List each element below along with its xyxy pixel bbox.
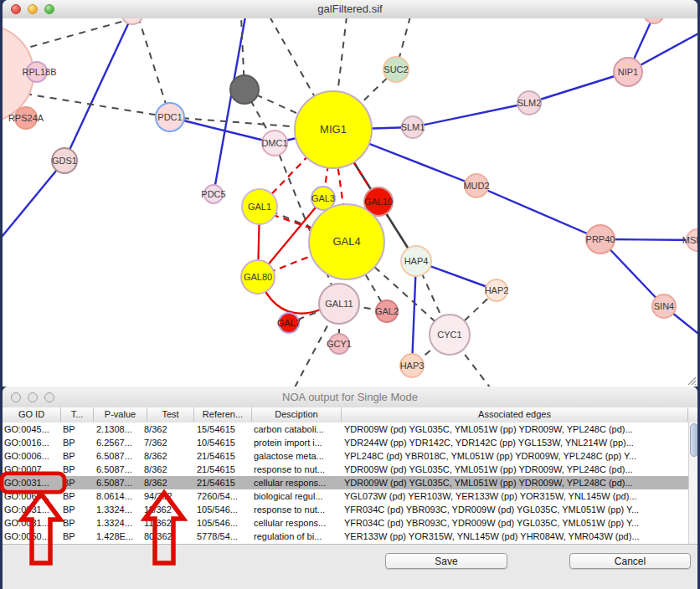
- network-edge[interactable]: [476, 186, 600, 239]
- node-label-gal80: GAL80: [244, 272, 272, 282]
- scrollbar-thumb[interactable]: [690, 423, 697, 457]
- table-cell: YDR009W (pd) YGL035C, YML051W (pp) YDR00…: [344, 463, 687, 476]
- network-edge[interactable]: [413, 103, 529, 127]
- table-cell: 1.428E...: [96, 530, 142, 543]
- table-cell: carbon cataboli...: [254, 423, 342, 436]
- table-cell: GO:0031...: [4, 503, 61, 516]
- node-label-gds1: GDS1: [52, 156, 77, 166]
- node-label-gal7: GAL7: [277, 318, 301, 328]
- network-edge[interactable]: [64, 18, 132, 161]
- network-edge[interactable]: [18, 20, 127, 50]
- cancel-button[interactable]: Cancel: [569, 553, 691, 569]
- node-label-prp40: PRP40: [586, 234, 615, 244]
- table-cell: 8/362: [144, 423, 195, 436]
- table-cell: 2.1308...: [96, 423, 142, 436]
- table-header: GO IDT...P-valueTestReferen...Desciption…: [3, 407, 697, 423]
- table-cell: BP: [63, 423, 95, 436]
- node-top-partial-1[interactable]: [121, 18, 143, 24]
- table-cell: 94/362: [144, 489, 195, 503]
- table-row[interactable]: GO:0031...BP1.3324...11/362105/546...res…: [3, 503, 688, 516]
- table-cell: GO:0006...: [4, 449, 61, 463]
- table-cell: 8.0614...: [96, 489, 142, 503]
- node-label-rpl18b: RPL18B: [23, 67, 57, 77]
- network-edge[interactable]: [25, 94, 170, 117]
- network-edge[interactable]: [138, 18, 170, 117]
- button-panel: Save Cancel: [3, 544, 697, 589]
- node-label-slm1: SLM1: [401, 122, 425, 132]
- table-cell: 5778/54...: [197, 530, 252, 543]
- table-cell: YGL073W (pd) YER103W, YER133W (pp) YOR31…: [344, 489, 687, 503]
- table-cell: BP: [63, 503, 95, 516]
- node-label-gal10: GAL10: [364, 197, 393, 207]
- table-cell: BP: [63, 463, 95, 476]
- table-cell: 6.5087...: [96, 476, 142, 489]
- table-cell: 105/546...: [197, 516, 252, 530]
- network-edge[interactable]: [529, 72, 628, 103]
- table-cell: GO:0065...: [4, 489, 61, 503]
- table-row[interactable]: GO:0050...BP1.428E...80/3625778/54...reg…: [3, 530, 688, 543]
- table-row[interactable]: GO:0006...BP6.5087...8/36221/54615galact…: [3, 449, 688, 463]
- network-graph: RPL18BRPS24AGDS1PDC1DMC1MIG1SUC2SLM1SLM2…: [3, 18, 697, 387]
- resize-grip[interactable]: [686, 375, 697, 386]
- node-label-hap4: HAP4: [404, 256, 429, 266]
- table-cell: 1.3324...: [96, 503, 142, 516]
- table-cell: 6.5087...: [96, 463, 142, 476]
- node-top-partial-2[interactable]: [644, 18, 664, 23]
- table-row[interactable]: GO:0007...BP6.5087...8/36221/54615respon…: [3, 463, 688, 476]
- table-cell: 15/54615: [197, 423, 252, 436]
- vertical-scrollbar[interactable]: [688, 423, 697, 544]
- node-label-nip1: NIP1: [618, 67, 638, 77]
- table-row[interactable]: GO:0031...BP6.5087...8/36221/54615cellul…: [3, 476, 688, 489]
- table-cell: response to nut...: [254, 463, 342, 476]
- table-cell: 21/54615: [197, 449, 252, 463]
- table-cell: 8/362: [144, 476, 195, 489]
- node-unknown-gray[interactable]: [230, 75, 259, 104]
- table-cell: cellular respons...: [254, 516, 342, 530]
- node-label-msn: MSN: [682, 235, 697, 245]
- node-label-sin4: SIN4: [654, 301, 674, 311]
- table-row[interactable]: GO:0045...BP2.1308...8/36215/54615carbon…: [3, 423, 688, 436]
- table-cell: YDR244W (pp) YDR142C, YDR142C (pp) YGL15…: [344, 436, 687, 449]
- table-cell: YDR009W (pd) YGL035C, YML051W (pp) YDR00…: [344, 476, 687, 489]
- column-header-2[interactable]: P-value: [94, 407, 147, 422]
- table-cell: response to nut...: [254, 503, 342, 516]
- node-label-gal4: GAL4: [332, 235, 360, 248]
- column-header-6[interactable]: Associated edges: [342, 407, 688, 422]
- table-cell: YER133W (pp) YOR315W, YNL145W (pd) YHR08…: [344, 530, 687, 543]
- node-label-gal2: GAL2: [375, 306, 399, 316]
- node-label-gal11: GAL11: [325, 299, 353, 309]
- node-label-hap3: HAP3: [400, 361, 425, 371]
- table-cell: 11/362: [144, 503, 195, 516]
- node-label-mig1: MIG1: [320, 123, 347, 136]
- table-cell: YDR009W (pd) YGL035C, YML051W (pp) YDR00…: [344, 423, 687, 436]
- save-button[interactable]: Save: [385, 553, 507, 569]
- node-label-gal1: GAL1: [248, 202, 271, 212]
- column-header-5[interactable]: Desciption: [252, 407, 342, 422]
- table-cell: biological regul...: [254, 489, 342, 503]
- table-row[interactable]: GO:0065...BP8.0614...94/3627260/54...bio…: [3, 489, 688, 503]
- table-row[interactable]: GO:0031...BP1.3324...11/362105/546...cel…: [3, 516, 688, 530]
- column-header-3[interactable]: Test: [147, 407, 194, 422]
- noa-window-title: NOA output for Single Mode: [3, 391, 697, 403]
- column-header-0[interactable]: GO ID: [3, 407, 61, 422]
- network-canvas[interactable]: RPL18BRPS24AGDS1PDC1DMC1MIG1SUC2SLM1SLM2…: [3, 18, 697, 387]
- table-cell: YFR034C (pd) YBR093C, YDR009W (pd) YGL03…: [344, 516, 687, 530]
- column-header-1[interactable]: T...: [61, 407, 94, 422]
- noa-output-window: NOA output for Single Mode GO IDT...P-va…: [3, 387, 697, 589]
- table-cell: BP: [63, 516, 95, 530]
- table-cell: YFR034C (pd) YBR093C, YDR009W (pd) YGL03…: [344, 503, 687, 516]
- network-edge[interactable]: [214, 18, 245, 194]
- table-row[interactable]: GO:0016...BP6.2567...7/36210/54615protei…: [3, 436, 688, 449]
- node-label-dmc1: DMC1: [261, 138, 287, 148]
- table-cell: 6.2567...: [96, 436, 142, 449]
- column-header-4[interactable]: Referen...: [194, 407, 252, 422]
- table-cell: BP: [63, 476, 95, 489]
- network-edge[interactable]: [3, 161, 64, 241]
- noa-window-titlebar[interactable]: NOA output for Single Mode: [3, 387, 697, 408]
- node-label-gal3: GAL3: [311, 193, 335, 203]
- network-window-titlebar[interactable]: galFiltered.sif: [3, 0, 697, 19]
- table-cell: 21/54615: [197, 476, 252, 489]
- table-cell: GO:0050...: [4, 530, 61, 543]
- table-cell: 105/546...: [197, 503, 252, 516]
- node-label-slm2: SLM2: [517, 98, 542, 108]
